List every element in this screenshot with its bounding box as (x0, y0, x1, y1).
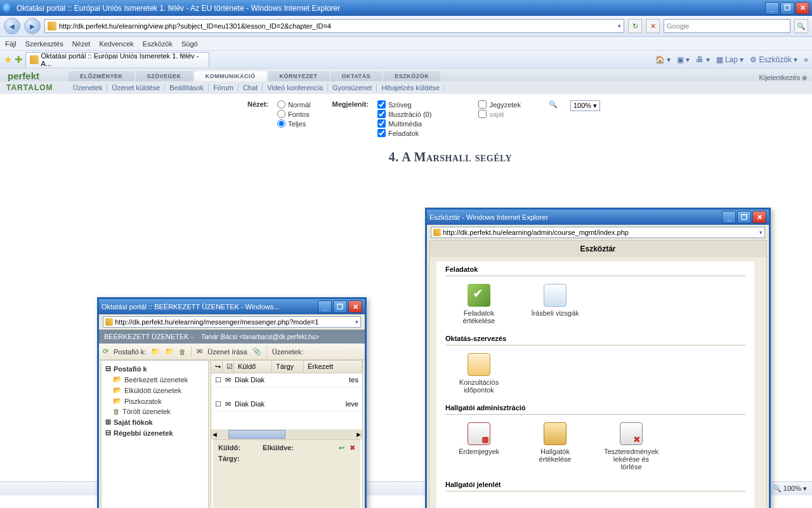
zoom-icon: 🔍 (549, 100, 558, 109)
tool-maximize[interactable]: ❐ (737, 211, 751, 224)
chk-multimedia[interactable]: Multimédia (377, 119, 431, 128)
menu-help[interactable]: Súgó (181, 40, 198, 48)
feeds-icon[interactable]: ▣ ▾ (677, 55, 690, 64)
msg-address[interactable]: http://dk.perfekt.hu/elearning/messenger… (103, 316, 361, 328)
close-button[interactable]: ✕ (796, 2, 809, 15)
radio-teljes[interactable]: Teljes (277, 119, 310, 128)
refresh-button[interactable]: ↻ (628, 19, 642, 33)
tool-addr-dropdown[interactable]: ▾ (759, 229, 763, 236)
subnav-hiba[interactable]: Hibajelzés küldése (377, 84, 445, 91)
add-favorites-icon[interactable]: ✚ (15, 54, 23, 65)
menu-file[interactable]: Fájl (5, 40, 16, 48)
help-icon[interactable]: » (804, 55, 808, 64)
subnav-beallitasok[interactable]: Beállítások (165, 84, 209, 91)
tool-konzultacio[interactable]: Konzultációs időpontok (450, 353, 508, 394)
postafio-label: Postafió k: (114, 348, 146, 356)
address-dropdown[interactable]: ▾ (618, 23, 621, 29)
url-input[interactable] (59, 22, 615, 30)
radio-normal[interactable]: Normál (277, 100, 310, 109)
zoom-select[interactable]: 100% ▾ (570, 100, 600, 111)
col-erkezett[interactable]: Érkezett (304, 361, 362, 373)
forward-button[interactable]: ► (24, 18, 41, 34)
tool-erdemjegyek[interactable]: Érdemjegyek (450, 422, 508, 471)
subnav-forum[interactable]: Fórum (209, 84, 239, 91)
stop-button[interactable]: ✕ (646, 19, 660, 33)
msg-close[interactable]: ✕ (348, 300, 362, 313)
menu-view[interactable]: Nézet (72, 40, 91, 48)
tab-label: Oktatási portál :: Európai Uniós Ismeret… (41, 52, 205, 67)
sub-nav: Üzenetek Üzenet küldése Beállítások Fóru… (69, 84, 445, 91)
tab-szovegek[interactable]: SZÖVEGEK (136, 71, 193, 81)
tab-eszkozok[interactable]: ESZKÖZÖK (383, 71, 440, 81)
folder-icon[interactable]: 📁 (151, 347, 160, 356)
folder-tree: ⊟ Postafió k 📂Beérkezett üzenetek 📂Elkül… (101, 360, 209, 508)
list-item[interactable]: ☐✉Diak Diaktes (211, 373, 362, 387)
minimize-button[interactable]: _ (765, 2, 779, 15)
tool-address[interactable]: http://dk.perfekt.hu/elearning/admin/cou… (431, 227, 765, 238)
print-icon[interactable]: 🖶 ▾ (696, 55, 709, 64)
subnav-video[interactable]: Videó konferencia (263, 84, 328, 91)
tool-teszteredmenyek[interactable]: Teszteredmények lekérése és törlése (603, 422, 660, 471)
tree-old[interactable]: ⊟ Régebbi üzenetek (104, 427, 206, 438)
msg-toolbar: ⟳ Postafió k: 📁 📁 🗑 ✉ Üzenet írása 📎 Üze… (99, 344, 365, 360)
subnav-gyors[interactable]: Gyorsüzenet (328, 84, 377, 91)
tree-drafts[interactable]: 📂Piszkozatok (104, 396, 206, 406)
subnav-kuldes[interactable]: Üzenet küldése (107, 84, 165, 91)
compose-icon[interactable]: ✉ (197, 347, 202, 356)
menu-favorites[interactable]: Kedvencek (99, 40, 133, 48)
subnav-chat[interactable]: Chat (239, 84, 263, 91)
tool-ertekel[interactable]: Feladatok értékelése (450, 284, 508, 324)
refresh-icon[interactable]: ⟳ (103, 347, 108, 356)
favorites-star-icon[interactable]: ★ (4, 54, 12, 65)
delete-icon[interactable]: ✖ (350, 444, 355, 452)
maximize-button[interactable]: ❐ (780, 2, 794, 15)
home-icon[interactable]: 🏠 ▾ (655, 55, 671, 64)
tool-close[interactable]: ✕ (752, 211, 766, 224)
chk-feladatok[interactable]: Feladatok (377, 129, 431, 137)
tab-kommunikacio[interactable]: KOMMUNIKÁCIÓ (194, 71, 267, 81)
page-menu[interactable]: ▦ Lap ▾ (716, 55, 744, 64)
section-jelenlet: Hallgatói jelenlét (445, 481, 745, 491)
tool-irasbeli[interactable]: Írásbeli vizsgák (527, 284, 584, 324)
tab-elozmenyek[interactable]: ELŐZMÉNYEK (69, 71, 134, 81)
col-targy[interactable]: Tárgy (272, 361, 304, 373)
tab-oktatas[interactable]: OKTATÁS (331, 71, 383, 81)
radio-fontos[interactable]: Fontos (277, 110, 310, 118)
folder-icon[interactable]: 📁 (165, 347, 174, 356)
chk-jegyzetek[interactable]: Jegyzetek (478, 100, 521, 109)
toolbox-popup: Eszköztár - Windows Internet Explorer _ … (425, 208, 771, 508)
msg-maximize[interactable]: ❐ (333, 300, 347, 313)
menu-edit[interactable]: Szerkesztés (25, 40, 63, 48)
msg-minimize[interactable]: _ (318, 300, 332, 313)
tool-minimize[interactable]: _ (722, 211, 736, 224)
trash-icon[interactable]: 🗑 (179, 348, 186, 356)
msg-header: BEÉRKEZETT ÜZENETEK - Tanár Bácsi <tanar… (99, 330, 365, 344)
tools-menu[interactable]: ⚙ Eszközök ▾ (750, 55, 797, 64)
chk-illusztracio[interactable]: Illusztráció (0) (377, 110, 431, 118)
h-scrollbar[interactable]: ◄► (211, 429, 362, 439)
chk-szoveg[interactable]: Szöveg (377, 100, 431, 109)
messages-popup: Oktatási portál :: BEÉRKEZETT ÜZENETEK -… (97, 297, 367, 508)
tab-kornyezet[interactable]: KÖRNYEZET (268, 71, 329, 81)
list-item[interactable]: ☐✉Diak Diakleve (211, 398, 362, 411)
search-box[interactable]: Google (664, 19, 790, 33)
chk-sajat[interactable]: saját (478, 110, 521, 118)
tool-hallgatok[interactable]: Hallgatók értékelése (527, 422, 584, 471)
tree-root[interactable]: ⊟ Postafió k (104, 363, 206, 374)
back-button[interactable]: ◄ (4, 18, 20, 34)
page-tab[interactable]: Oktatási portál :: Európai Uniós Ismeret… (25, 52, 209, 67)
tree-sent[interactable]: 📂Elküldött üzenetek (104, 385, 206, 396)
address-bar[interactable]: ▾ (44, 19, 624, 33)
logout-link[interactable]: Kijelentkezés ⊗ (759, 74, 807, 81)
menu-tools[interactable]: Eszközök (143, 40, 173, 48)
tree-own[interactable]: ⊞ Saját fiókok (104, 417, 206, 427)
attach-icon[interactable]: 📎 (252, 347, 261, 356)
tree-trash[interactable]: 🗑Törölt üzenetek (104, 406, 206, 417)
reply-icon[interactable]: ↩ (339, 444, 344, 452)
compose-label[interactable]: Üzenet írása (207, 348, 247, 356)
msg-addr-dropdown[interactable]: ▾ (355, 319, 358, 325)
search-button[interactable]: 🔍 (794, 19, 808, 33)
col-kuldo[interactable]: Küldő (234, 361, 272, 373)
subnav-uzenetek[interactable]: Üzenetek (69, 84, 107, 91)
tree-inbox[interactable]: 📂Beérkezett üzenetek (104, 374, 206, 385)
